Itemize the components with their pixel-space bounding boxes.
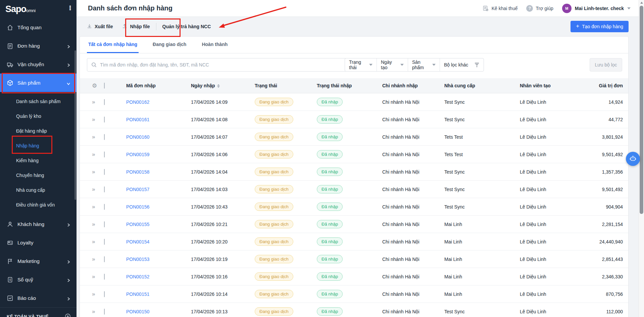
sidebar-item-bao-cao[interactable]: Báo cáo [0, 289, 77, 307]
supplier-returns-button[interactable]: Quản lý trả hàng NCC [158, 24, 216, 29]
expand-row-icon[interactable]: » [92, 169, 95, 175]
sidebar-item-dieu-chinh-gia-von[interactable]: Điều chỉnh giá vốn [0, 197, 77, 212]
more-filters-button[interactable]: Bộ lọc khác [440, 58, 484, 71]
row-checkbox[interactable] [104, 309, 105, 315]
row-checkbox[interactable] [104, 291, 105, 297]
expand-row-icon[interactable]: » [92, 134, 95, 140]
purchase-order-link[interactable]: PON00160 [126, 134, 149, 140]
select-all-checkbox[interactable] [104, 83, 105, 89]
purchase-order-link[interactable]: PON00159 [126, 152, 149, 157]
sidebar-item-don-hang[interactable]: Đơn hàng [0, 37, 77, 55]
sidebar-item-san-pham[interactable]: Sản phẩm [0, 74, 77, 92]
value-cell: 9,501,492 [586, 152, 628, 157]
sidebar-item-chuyen-hang[interactable]: Chuyển hàng [0, 168, 77, 183]
sidebar-item-kiem-hang[interactable]: Kiểm hàng [0, 153, 77, 168]
sidebar-item-danh-sach-san-pham[interactable]: Danh sách sản phẩm [0, 94, 77, 109]
status-badge: Đang giao dịch [255, 307, 293, 316]
gear-icon[interactable]: ⚙ [92, 83, 97, 89]
expand-row-icon[interactable]: » [92, 116, 95, 123]
purchase-order-link[interactable]: PON00154 [126, 239, 149, 244]
cash-icon: $ [7, 276, 13, 283]
tab-in-progress[interactable]: Đang giao dịch [151, 37, 188, 53]
expand-row-icon[interactable]: » [92, 273, 95, 280]
sidebar-item-ke-toan-va-thue[interactable]: KẾ TOÁN VÀ THUẾ [0, 308, 77, 317]
product-filter-dropdown[interactable]: Sản phẩm [408, 58, 440, 71]
purchase-order-link[interactable]: PON00155 [126, 222, 149, 227]
row-checkbox[interactable] [104, 134, 105, 140]
row-checkbox[interactable] [104, 239, 105, 245]
save-filter-button[interactable]: Lưu bộ lọc [590, 58, 622, 72]
purchase-order-link[interactable]: PON00151 [126, 291, 149, 297]
row-checkbox[interactable] [104, 99, 105, 105]
sidebar-item-nhap-hang[interactable]: Nhập hàng [0, 138, 77, 153]
row-checkbox[interactable] [104, 186, 105, 192]
col-header-supplier[interactable]: Nhà cung cấp [435, 83, 510, 88]
tab-bar: Tất cả đơn nhập hàng Đang giao dịch Hoàn… [80, 37, 628, 53]
table-row: » PON00154 17/04/2026 10:20 Đang giao dị… [80, 233, 628, 251]
tax-declaration-link[interactable]: Kê khai thuế [482, 5, 518, 12]
sort-icon[interactable] [217, 84, 220, 88]
expand-row-icon[interactable]: » [92, 291, 95, 298]
row-checkbox[interactable] [104, 151, 105, 157]
expand-row-icon[interactable]: » [92, 238, 95, 245]
row-checkbox[interactable] [104, 169, 105, 175]
scrollbar-thumb[interactable] [640, 6, 643, 214]
chatbot-floating-button[interactable] [626, 152, 640, 166]
purchase-order-link[interactable]: PON00162 [126, 99, 149, 105]
sidebar-item-loyalty[interactable]: Loyalty [0, 233, 77, 252]
col-header-status[interactable]: Trạng thái [244, 83, 307, 88]
sidebar-item-nha-cung-cap[interactable]: Nhà cung cấp [0, 183, 77, 197]
import-file-button[interactable]: Nhập file [117, 24, 154, 29]
purchase-order-link[interactable]: PON00153 [126, 257, 149, 262]
help-link[interactable]: ? Trợ giúp [526, 5, 553, 12]
expand-row-icon[interactable]: » [92, 221, 95, 228]
expand-row-icon[interactable]: » [92, 308, 95, 315]
expand-row-icon[interactable]: » [92, 99, 95, 105]
expand-row-icon[interactable]: » [92, 256, 95, 263]
purchase-order-link[interactable]: PON00152 [126, 274, 149, 279]
purchase-order-link[interactable]: PON00156 [126, 204, 149, 210]
col-header-code[interactable]: Mã đơn nhập [116, 83, 180, 88]
row-checkbox[interactable] [104, 204, 105, 210]
kebab-menu-icon[interactable]: ••• [69, 5, 71, 10]
row-checkbox[interactable] [104, 117, 105, 123]
expand-row-icon[interactable]: » [92, 203, 95, 210]
purchase-order-link[interactable]: PON00158 [126, 169, 149, 175]
sidebar-item-tong-quan[interactable]: Tổng quan [0, 18, 77, 37]
plus-icon: + [576, 23, 579, 30]
export-file-button[interactable]: Xuất file [82, 24, 117, 29]
sidebar-item-quan-ly-kho[interactable]: Quản lý kho [0, 109, 77, 124]
create-purchase-order-button[interactable]: + Tạo đơn nhập hàng [571, 21, 629, 32]
staff-cell: Lê Diệu Linh [510, 257, 586, 262]
created-date-filter-dropdown[interactable]: Ngày tạo [377, 58, 408, 71]
user-menu[interactable]: M Mai Linh-tester. check [562, 4, 631, 13]
col-header-date[interactable]: Ngày nhập [180, 83, 244, 88]
col-header-import-status[interactable]: Trạng thái nhập [307, 83, 373, 88]
tab-all-orders[interactable]: Tất cả đơn nhập hàng [87, 37, 139, 53]
row-checkbox[interactable] [104, 256, 105, 262]
sidebar-scrollbar[interactable] [75, 50, 76, 200]
sidebar-item-khach-hang[interactable]: Khách hàng [0, 215, 77, 233]
col-header-branch[interactable]: Chi nhánh nhập [373, 83, 435, 88]
table-row: » PON00153 17/04/2026 10:19 Đang giao dị… [80, 251, 628, 268]
order-date: 17/04/2026 10:21 [180, 222, 244, 227]
purchase-order-link[interactable]: PON00157 [126, 187, 149, 192]
plus-circle-icon [64, 313, 71, 317]
supplier-cell: Tets Test [435, 134, 510, 140]
purchase-order-link[interactable]: PON00150 [126, 309, 149, 314]
status-filter-dropdown[interactable]: Trạng thái [345, 58, 377, 71]
expand-row-icon[interactable]: » [92, 151, 95, 158]
col-header-staff[interactable]: Nhân viên tạo [510, 83, 586, 88]
row-checkbox[interactable] [104, 221, 105, 227]
tab-completed[interactable]: Hoàn thành [200, 37, 229, 53]
expand-row-icon[interactable]: » [92, 186, 95, 193]
row-checkbox[interactable] [104, 274, 105, 280]
sidebar-item-so-quy[interactable]: $ Sổ quỹ [0, 270, 77, 289]
page-title: Danh sách đơn nhập hàng [88, 4, 172, 12]
sidebar-item-marketing[interactable]: Marketing [0, 252, 77, 270]
sidebar-item-dat-hang-nhap[interactable]: Đặt hàng nhập [0, 124, 77, 138]
purchase-order-link[interactable]: PON00161 [126, 117, 149, 122]
scroll-up-arrow-icon[interactable] [640, 2, 643, 4]
sidebar-item-van-chuyen[interactable]: Vận chuyển [0, 55, 77, 74]
col-header-value[interactable]: Giá trị đơn [586, 83, 628, 88]
